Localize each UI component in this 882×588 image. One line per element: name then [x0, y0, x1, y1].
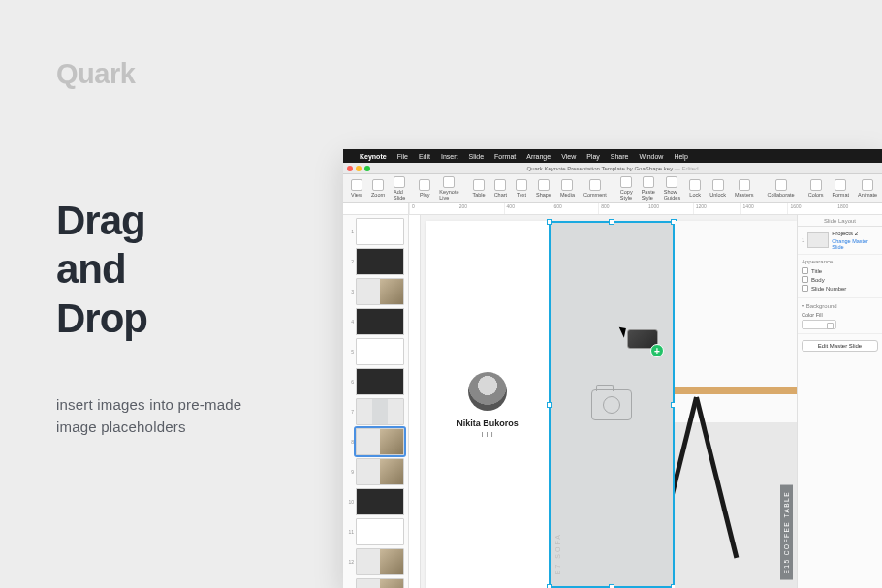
- appearance-section: Appearance Title Body Slide Number: [798, 255, 882, 298]
- menubar-item[interactable]: Format: [494, 153, 516, 160]
- author-name: Nikita Bukoros: [457, 418, 519, 428]
- unlock-icon: [712, 179, 724, 191]
- toolbar-add-slide[interactable]: Add Slide: [390, 175, 409, 201]
- slide-thumbnail[interactable]: 13: [346, 578, 405, 588]
- menubar-item[interactable]: Edit: [419, 153, 430, 160]
- toolbar-chart[interactable]: Chart: [490, 178, 511, 199]
- author-sub: | | |: [481, 431, 493, 437]
- menubar-item[interactable]: File: [397, 153, 408, 160]
- comment-icon: [589, 179, 601, 191]
- slide-thumbnail[interactable]: 1: [346, 218, 405, 245]
- add-slide-icon: [394, 176, 405, 188]
- toolbar-colors[interactable]: Colors: [804, 178, 828, 199]
- selection-handle[interactable]: [547, 402, 552, 408]
- toolbar-text[interactable]: Text: [512, 178, 531, 199]
- play-icon: [419, 179, 430, 191]
- menubar-item[interactable]: Window: [640, 153, 664, 160]
- slide-thumbnail[interactable]: 9: [346, 458, 405, 485]
- toolbar-comment[interactable]: Comment: [580, 178, 611, 199]
- slide-thumbnail[interactable]: 10: [346, 488, 405, 515]
- mac-menubar[interactable]: Keynote File Edit Insert Slide Format Ar…: [343, 149, 882, 163]
- toolbar-shape[interactable]: Shape: [532, 178, 555, 199]
- placeholder-label: E7 SOFA: [552, 531, 563, 576]
- master-name: Projects 2: [832, 231, 878, 236]
- marketing-panel: Quark Drag and Drop insert images into p…: [56, 58, 337, 439]
- toolbar-masters[interactable]: Masters: [731, 178, 758, 199]
- slide-navigator[interactable]: 12345678910111213: [343, 215, 409, 588]
- ruler-vertical: [409, 215, 421, 588]
- checkbox-icon[interactable]: [802, 285, 808, 292]
- keynote-live-icon: [443, 176, 455, 188]
- section-title: ▾ Background: [802, 302, 878, 309]
- master-slide-row[interactable]: 1 Projects 2 Change Master Slide: [798, 227, 882, 255]
- menubar-item[interactable]: Share: [611, 153, 629, 160]
- toolbar-paste-style[interactable]: Paste Style: [638, 175, 659, 201]
- edit-master-button[interactable]: Edit Master Slide: [802, 340, 878, 352]
- keynote-window: Keynote File Edit Insert Slide Format Ar…: [343, 149, 882, 588]
- toolbar-collaborate[interactable]: Collaborate: [764, 178, 799, 199]
- toolbar-zoom[interactable]: Zoom: [367, 178, 389, 199]
- minimize-icon[interactable]: [356, 166, 362, 171]
- slide-thumbnail[interactable]: 3: [346, 278, 405, 305]
- menubar-app[interactable]: Keynote: [360, 153, 387, 160]
- slide-thumbnail[interactable]: 7: [346, 398, 405, 425]
- toolbar-lock[interactable]: Lock: [685, 178, 705, 199]
- slide-thumbnail[interactable]: 2: [346, 248, 405, 275]
- maximize-icon[interactable]: [364, 166, 370, 171]
- selection-handle[interactable]: [609, 584, 614, 588]
- slide[interactable]: Nikita Bukoros | | | E7 SOFA: [426, 221, 797, 588]
- toolbar-media[interactable]: Media: [556, 178, 579, 199]
- drag-cursor: +: [627, 329, 668, 355]
- slide-thumbnail[interactable]: 6: [346, 368, 405, 395]
- menubar-item[interactable]: Help: [674, 153, 687, 160]
- slide-thumbnail[interactable]: 4: [346, 308, 405, 335]
- menubar-item[interactable]: Slide: [468, 153, 484, 160]
- toolbar-animate[interactable]: Animate: [854, 178, 881, 199]
- media-icon: [561, 179, 573, 191]
- toolbar-table[interactable]: Table: [468, 178, 488, 199]
- slide-thumbnail[interactable]: 11: [346, 518, 405, 545]
- traffic-lights[interactable]: [347, 166, 370, 171]
- view-icon: [351, 179, 362, 191]
- canvas[interactable]: Nikita Bukoros | | | E7 SOFA: [409, 215, 797, 588]
- toolbar-copy-style[interactable]: Copy Style: [616, 175, 637, 201]
- toolbar-keynote-live[interactable]: Keynote Live: [435, 175, 462, 201]
- product-image: [675, 221, 797, 588]
- slide-thumbnail[interactable]: 12: [346, 548, 405, 575]
- menubar-item[interactable]: View: [561, 153, 576, 160]
- color-well[interactable]: [802, 320, 836, 329]
- slide-thumbnail[interactable]: 8: [346, 428, 405, 455]
- close-icon[interactable]: [347, 166, 353, 171]
- checkbox-icon[interactable]: [802, 267, 808, 274]
- change-master-link[interactable]: Change Master Slide: [832, 238, 878, 250]
- menubar-item[interactable]: Insert: [441, 153, 458, 160]
- slide-thumbnail[interactable]: 5: [346, 338, 405, 365]
- checkbox-icon[interactable]: [802, 276, 808, 283]
- slide-number-checkbox[interactable]: Slide Number: [802, 285, 878, 292]
- selection-handle[interactable]: [547, 219, 552, 225]
- title-checkbox[interactable]: Title: [802, 267, 878, 274]
- toolbar-show-guides[interactable]: Show Guides: [660, 175, 684, 201]
- toolbar-format[interactable]: Format: [829, 178, 853, 199]
- toolbar-play[interactable]: Play: [415, 178, 434, 199]
- selection-handle[interactable]: [609, 219, 614, 225]
- image-placeholder-selected[interactable]: E7 SOFA +: [549, 221, 675, 588]
- add-icon: +: [650, 344, 664, 357]
- selection-handle[interactable]: [547, 584, 552, 588]
- menubar-item[interactable]: Arrange: [526, 153, 551, 160]
- toolbar-unlock[interactable]: Unlock: [706, 178, 730, 199]
- menubar-item[interactable]: Play: [586, 153, 600, 160]
- colors-icon: [810, 179, 822, 191]
- toolbar-view[interactable]: View: [347, 178, 366, 199]
- inspector-panel: Slide Layout 1 Projects 2 Change Master …: [797, 215, 882, 588]
- show-guides-icon: [666, 176, 677, 188]
- collaborate-icon: [775, 179, 787, 191]
- brand-name: Quark: [56, 58, 337, 90]
- master-thumb: [807, 232, 829, 248]
- cursor-icon: [619, 325, 630, 337]
- document-title: Quark Keynote Presentation Template by G…: [526, 166, 698, 171]
- paste-style-icon: [643, 176, 654, 188]
- fill-mode[interactable]: Color Fill: [802, 312, 878, 318]
- body-checkbox[interactable]: Body: [802, 276, 878, 283]
- avatar: [468, 372, 507, 411]
